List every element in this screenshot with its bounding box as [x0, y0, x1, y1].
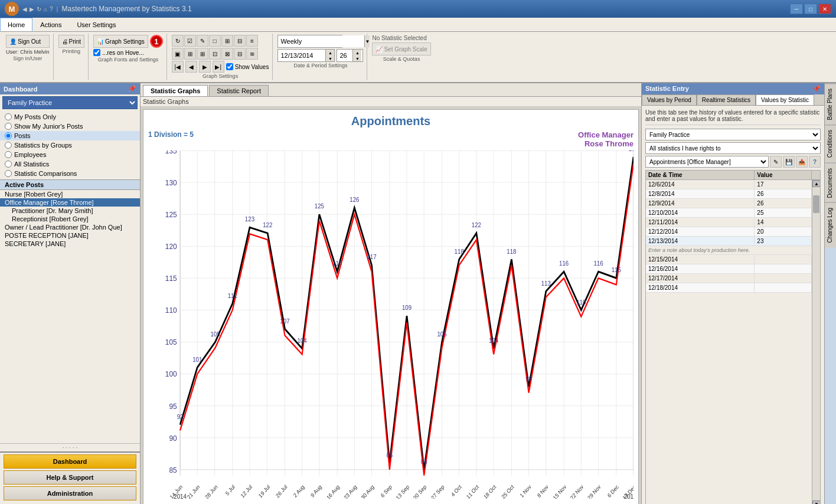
scroll-thumb[interactable] [813, 195, 819, 213]
nav-first-button[interactable]: |◀ [172, 61, 184, 73]
right-dropdown-3[interactable]: Appointments [Office Manager] [645, 156, 769, 168]
graph-icon-btn-10[interactable]: ⊞ [197, 48, 208, 60]
tree-item-owner[interactable]: Owner / Lead Practitioner [Dr. John Que] [0, 223, 140, 231]
graph-icon-btn-1[interactable]: ↻ [172, 35, 184, 47]
radio-my-posts-only[interactable]: My Posts Only [0, 112, 140, 122]
title-bar-refresh[interactable]: ↻ [37, 6, 41, 12]
period-spin-down[interactable]: ▼ [353, 55, 361, 61]
period-spin-up[interactable]: ▲ [353, 50, 361, 55]
cell-value-1[interactable]: 26 [755, 189, 812, 198]
graph-icon-btn-6[interactable]: ⊟ [234, 35, 246, 47]
print-button[interactable]: 🖨 Print [58, 35, 85, 48]
graph-icon-btn-12[interactable]: ⊠ [221, 48, 233, 60]
vertical-tab-documents[interactable]: Documents [825, 163, 836, 203]
scroll-up-button[interactable]: ▲ [812, 180, 820, 187]
cell-value-7[interactable] [755, 255, 812, 264]
graph-icon-btn-5[interactable]: ⊞ [221, 35, 233, 47]
sign-out-button[interactable]: 👤 Sign Out [6, 35, 50, 48]
graph-icon-btn-2[interactable]: ☑ [184, 35, 196, 47]
radio-employees-input[interactable] [5, 151, 12, 158]
period-spin[interactable]: ▲ ▼ [337, 49, 363, 62]
vertical-tab-battle-plans[interactable]: Battle Plans [825, 83, 836, 125]
radio-employees[interactable]: Employees [0, 150, 140, 159]
tree-item-office-manager[interactable]: Office Manager [Rose Throme] [0, 198, 140, 207]
radio-my-posts-only-input[interactable] [5, 113, 12, 120]
tab-statistic-graphs[interactable]: Statistic Graphs [143, 85, 208, 96]
right-dropdown-2[interactable]: All statistics I have rights to [645, 142, 821, 154]
date-spin[interactable]: ▲ ▼ [277, 49, 335, 62]
tree-item-secretary[interactable]: SECRETARY [JANE] [0, 240, 140, 248]
minimize-button[interactable]: ─ [790, 4, 803, 14]
tree-item-nurse[interactable]: Nurse [Robert Grey] [0, 190, 140, 198]
cell-value-0[interactable]: 17 [755, 180, 812, 189]
set-graph-scale-button[interactable]: 📈 Set Graph Scale [372, 42, 430, 55]
right-export-button[interactable]: 📤 [796, 156, 808, 168]
cell-value-9[interactable] [755, 274, 812, 283]
right-dropdown-1[interactable]: Family Practice [645, 129, 821, 140]
cell-value-10[interactable] [755, 283, 812, 292]
radio-show-junior-posts[interactable]: Show My Junior's Posts [0, 122, 140, 131]
scroll-down-button[interactable]: ▼ [812, 500, 820, 504]
dashboard-nav-button[interactable]: Dashboard [4, 454, 136, 469]
close-button[interactable]: ✕ [818, 4, 831, 14]
cell-value-2[interactable]: 26 [755, 199, 812, 208]
graph-icon-btn-13[interactable]: ⊟ [234, 48, 246, 60]
tree-item-practitioner[interactable]: Practitioner [Dr. Mary Smith] [0, 207, 140, 215]
cell-value-3[interactable]: 25 [755, 208, 812, 217]
graph-icon-btn-7[interactable]: ≡ [246, 35, 258, 47]
cell-value-6[interactable]: 23 [755, 237, 812, 246]
graph-icon-btn-9[interactable]: ⊞ [184, 48, 196, 60]
cell-value-5[interactable]: 20 [755, 227, 812, 236]
title-bar-home[interactable]: ⌂ [44, 6, 47, 12]
show-values-checkbox[interactable] [93, 49, 100, 56]
administration-nav-button[interactable]: Administration [4, 486, 136, 500]
right-tab-realtime[interactable]: Realtime Statistics [697, 94, 756, 105]
radio-all-statistics[interactable]: All Statistics [0, 159, 140, 169]
graph-icon-btn-11[interactable]: ⊡ [209, 48, 221, 60]
title-bar-nav-forward[interactable]: ▶ [30, 6, 34, 12]
radio-statistic-comparisons-input[interactable] [5, 170, 12, 177]
radio-statistic-comparisons[interactable]: Statistic Comparisons [0, 169, 140, 178]
graph-icon-btn-4[interactable]: □ [209, 35, 221, 47]
right-tab-values-statistic[interactable]: Values by Statistic [756, 94, 814, 105]
cell-value-4[interactable]: 14 [755, 218, 812, 227]
cell-value-8[interactable] [755, 264, 812, 273]
nav-next-button[interactable]: ▶ [199, 61, 211, 73]
right-edit-button[interactable]: ✎ [770, 156, 782, 168]
date-input[interactable] [278, 50, 325, 61]
graph-settings-button[interactable]: 📊 Graph Settings [93, 35, 148, 48]
title-bar-nav-back[interactable]: ◀ [22, 6, 27, 12]
nav-last-button[interactable]: ▶| [213, 61, 224, 73]
right-panel-pin-icon[interactable]: 📌 [812, 85, 821, 93]
graph-icon-btn-14[interactable]: ≋ [246, 48, 258, 60]
graph-icon-btn-8[interactable]: ▣ [172, 48, 184, 60]
title-bar-help[interactable]: ? [50, 6, 53, 12]
menu-home[interactable]: Home [0, 18, 32, 31]
scrollbar-vertical[interactable]: ▲ ▼ [812, 180, 820, 504]
tree-item-receptionist[interactable]: Receptionist [Robert Grey] [0, 215, 140, 223]
weekly-input[interactable] [278, 35, 364, 47]
menu-actions[interactable]: Actions [32, 18, 69, 31]
tab-statistic-report[interactable]: Statistic Report [209, 85, 269, 96]
radio-posts-input[interactable] [5, 132, 12, 139]
period-input[interactable] [337, 50, 352, 61]
right-tab-values-period[interactable]: Values by Period [642, 94, 697, 105]
table-note-6[interactable]: Enter a note about today's production he… [646, 246, 812, 255]
menu-user-settings[interactable]: User Settings [69, 18, 123, 31]
radio-statistics-groups[interactable]: Statistics by Groups [0, 140, 140, 150]
vertical-tab-conditions[interactable]: Conditions [825, 125, 836, 162]
right-save-button[interactable]: 💾 [783, 156, 795, 168]
right-help-button[interactable]: ? [809, 156, 821, 168]
date-spin-down[interactable]: ▼ [326, 55, 334, 61]
graph-icon-btn-3[interactable]: ✎ [197, 35, 208, 47]
radio-all-statistics-input[interactable] [5, 161, 12, 168]
practice-dropdown[interactable]: Family Practice [2, 96, 138, 109]
weekly-combo[interactable]: ▼ [277, 35, 342, 48]
help-support-nav-button[interactable]: Help & Support [4, 470, 136, 485]
radio-posts[interactable]: Posts [0, 131, 140, 140]
sidebar-pin-icon[interactable]: 📌 [128, 85, 136, 93]
tree-item-poste-reception[interactable]: POSTE RECEPTION [JANE] [0, 231, 140, 240]
maximize-button[interactable]: □ [804, 4, 817, 14]
vertical-tab-changes-log[interactable]: Changes Log [825, 202, 836, 248]
radio-show-junior-posts-input[interactable] [5, 123, 12, 130]
